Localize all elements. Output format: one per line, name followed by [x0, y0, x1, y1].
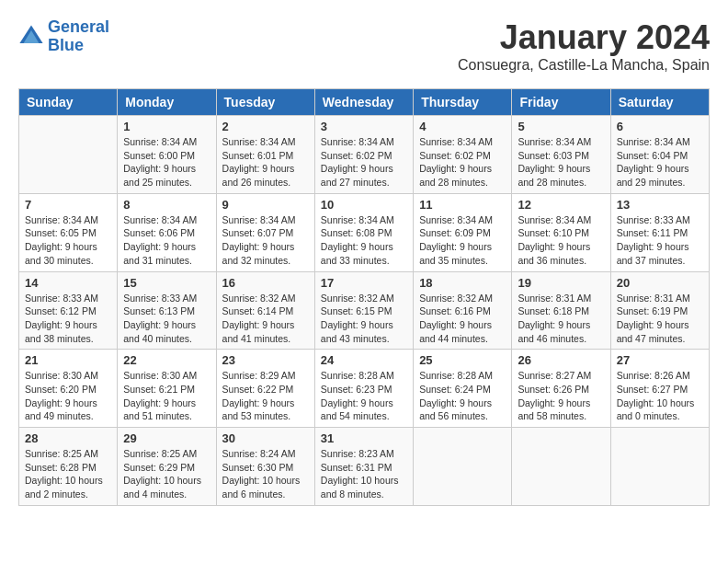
logo-icon [18, 24, 44, 50]
calendar-cell [610, 428, 709, 506]
day-number: 9 [222, 198, 309, 212]
calendar-table: SundayMondayTuesdayWednesdayThursdayFrid… [18, 88, 710, 506]
day-content: Sunrise: 8:32 AM Sunset: 6:14 PM Dayligh… [222, 292, 309, 346]
day-content: Sunrise: 8:34 AM Sunset: 6:01 PM Dayligh… [222, 135, 309, 190]
day-content: Sunrise: 8:31 AM Sunset: 6:18 PM Dayligh… [518, 292, 604, 346]
calendar-cell [19, 116, 118, 194]
calendar-cell: 27Sunrise: 8:26 AM Sunset: 6:27 PM Dayli… [610, 350, 709, 428]
day-content: Sunrise: 8:34 AM Sunset: 6:07 PM Dayligh… [222, 213, 309, 268]
day-number: 11 [419, 198, 506, 212]
day-content: Sunrise: 8:34 AM Sunset: 6:10 PM Dayligh… [518, 213, 604, 268]
day-number: 14 [25, 276, 111, 290]
day-number: 16 [222, 276, 309, 290]
day-header-sunday: Sunday [19, 89, 118, 116]
day-number: 2 [222, 120, 309, 133]
calendar-cell: 17Sunrise: 8:32 AM Sunset: 6:15 PM Dayli… [314, 271, 413, 350]
calendar-cell: 18Sunrise: 8:32 AM Sunset: 6:16 PM Dayli… [414, 271, 512, 350]
calendar-cell: 20Sunrise: 8:31 AM Sunset: 6:19 PM Dayli… [610, 271, 709, 350]
calendar-cell: 3Sunrise: 8:34 AM Sunset: 6:02 PM Daylig… [314, 116, 413, 194]
day-content: Sunrise: 8:29 AM Sunset: 6:22 PM Dayligh… [222, 369, 309, 423]
day-content: Sunrise: 8:30 AM Sunset: 6:21 PM Dayligh… [123, 369, 210, 423]
day-number: 24 [321, 353, 407, 367]
day-number: 4 [419, 120, 506, 133]
calendar-cell: 13Sunrise: 8:33 AM Sunset: 6:11 PM Dayli… [610, 193, 709, 271]
title-section: January 2024 Consuegra, Castille-La Manc… [458, 18, 710, 74]
calendar-cell: 4Sunrise: 8:34 AM Sunset: 6:02 PM Daylig… [414, 116, 512, 194]
day-content: Sunrise: 8:34 AM Sunset: 6:00 PM Dayligh… [123, 135, 210, 190]
day-content: Sunrise: 8:33 AM Sunset: 6:12 PM Dayligh… [25, 292, 111, 346]
day-content: Sunrise: 8:28 AM Sunset: 6:24 PM Dayligh… [419, 369, 506, 423]
day-header-saturday: Saturday [610, 89, 709, 116]
day-content: Sunrise: 8:28 AM Sunset: 6:23 PM Dayligh… [321, 369, 407, 423]
day-number: 13 [617, 198, 703, 212]
day-number: 3 [321, 120, 407, 133]
day-content: Sunrise: 8:25 AM Sunset: 6:29 PM Dayligh… [123, 447, 210, 501]
day-content: Sunrise: 8:27 AM Sunset: 6:26 PM Dayligh… [518, 369, 604, 423]
calendar-cell: 9Sunrise: 8:34 AM Sunset: 6:07 PM Daylig… [216, 193, 314, 271]
logo: General Blue [18, 18, 109, 55]
calendar-cell: 11Sunrise: 8:34 AM Sunset: 6:09 PM Dayli… [414, 193, 512, 271]
calendar-cell [512, 428, 610, 506]
day-number: 6 [617, 120, 703, 133]
day-number: 22 [123, 353, 210, 367]
day-content: Sunrise: 8:34 AM Sunset: 6:06 PM Dayligh… [123, 213, 210, 268]
calendar-cell: 21Sunrise: 8:30 AM Sunset: 6:20 PM Dayli… [19, 350, 118, 428]
day-number: 28 [25, 431, 111, 445]
calendar-cell: 8Sunrise: 8:34 AM Sunset: 6:06 PM Daylig… [118, 193, 216, 271]
calendar-cell: 14Sunrise: 8:33 AM Sunset: 6:12 PM Dayli… [19, 271, 118, 350]
calendar-cell: 19Sunrise: 8:31 AM Sunset: 6:18 PM Dayli… [512, 271, 610, 350]
day-content: Sunrise: 8:32 AM Sunset: 6:15 PM Dayligh… [321, 292, 407, 346]
calendar-cell: 15Sunrise: 8:33 AM Sunset: 6:13 PM Dayli… [118, 271, 216, 350]
calendar-cell: 22Sunrise: 8:30 AM Sunset: 6:21 PM Dayli… [118, 350, 216, 428]
calendar-cell: 10Sunrise: 8:34 AM Sunset: 6:08 PM Dayli… [314, 193, 413, 271]
logo-general: General [48, 17, 109, 36]
calendar-cell: 2Sunrise: 8:34 AM Sunset: 6:01 PM Daylig… [216, 116, 314, 194]
day-header-monday: Monday [118, 89, 216, 116]
day-number: 30 [222, 431, 309, 445]
day-number: 7 [25, 198, 111, 212]
calendar-cell: 16Sunrise: 8:32 AM Sunset: 6:14 PM Dayli… [216, 271, 314, 350]
day-number: 17 [321, 276, 407, 290]
header-row: SundayMondayTuesdayWednesdayThursdayFrid… [19, 89, 710, 116]
day-content: Sunrise: 8:30 AM Sunset: 6:20 PM Dayligh… [25, 369, 111, 423]
calendar-cell: 23Sunrise: 8:29 AM Sunset: 6:22 PM Dayli… [216, 350, 314, 428]
calendar-cell: 5Sunrise: 8:34 AM Sunset: 6:03 PM Daylig… [512, 116, 610, 194]
calendar-cell: 29Sunrise: 8:25 AM Sunset: 6:29 PM Dayli… [118, 428, 216, 506]
week-row-1: 1Sunrise: 8:34 AM Sunset: 6:00 PM Daylig… [19, 116, 710, 194]
calendar-cell: 6Sunrise: 8:34 AM Sunset: 6:04 PM Daylig… [610, 116, 709, 194]
day-header-tuesday: Tuesday [216, 89, 314, 116]
day-number: 21 [25, 353, 111, 367]
week-row-2: 7Sunrise: 8:34 AM Sunset: 6:05 PM Daylig… [19, 193, 710, 271]
day-content: Sunrise: 8:34 AM Sunset: 6:03 PM Dayligh… [518, 135, 604, 190]
calendar-cell: 7Sunrise: 8:34 AM Sunset: 6:05 PM Daylig… [19, 193, 118, 271]
day-header-wednesday: Wednesday [314, 89, 413, 116]
calendar-cell: 24Sunrise: 8:28 AM Sunset: 6:23 PM Dayli… [314, 350, 413, 428]
day-number: 27 [617, 353, 703, 367]
day-number: 26 [518, 353, 604, 367]
day-number: 19 [518, 276, 604, 290]
calendar-cell: 1Sunrise: 8:34 AM Sunset: 6:00 PM Daylig… [118, 116, 216, 194]
calendar-cell: 26Sunrise: 8:27 AM Sunset: 6:26 PM Dayli… [512, 350, 610, 428]
logo-blue: Blue [48, 36, 84, 54]
week-row-4: 21Sunrise: 8:30 AM Sunset: 6:20 PM Dayli… [19, 350, 710, 428]
logo-text: General Blue [48, 18, 109, 55]
calendar-subtitle: Consuegra, Castille-La Mancha, Spain [458, 57, 710, 74]
day-content: Sunrise: 8:26 AM Sunset: 6:27 PM Dayligh… [617, 369, 703, 423]
day-number: 10 [321, 198, 407, 212]
day-content: Sunrise: 8:24 AM Sunset: 6:30 PM Dayligh… [222, 447, 309, 501]
calendar-title: January 2024 [458, 18, 710, 57]
calendar-cell [414, 428, 512, 506]
page-header: General Blue January 2024 Consuegra, Cas… [18, 18, 710, 74]
day-content: Sunrise: 8:34 AM Sunset: 6:02 PM Dayligh… [321, 135, 407, 190]
day-number: 5 [518, 120, 604, 133]
day-number: 23 [222, 353, 309, 367]
day-number: 1 [123, 120, 210, 133]
day-content: Sunrise: 8:34 AM Sunset: 6:09 PM Dayligh… [419, 213, 506, 268]
day-content: Sunrise: 8:31 AM Sunset: 6:19 PM Dayligh… [617, 292, 703, 346]
day-number: 29 [123, 431, 210, 445]
day-content: Sunrise: 8:34 AM Sunset: 6:02 PM Dayligh… [419, 135, 506, 190]
day-header-friday: Friday [512, 89, 610, 116]
day-content: Sunrise: 8:34 AM Sunset: 6:08 PM Dayligh… [321, 213, 407, 268]
day-content: Sunrise: 8:33 AM Sunset: 6:11 PM Dayligh… [617, 213, 703, 268]
calendar-cell: 30Sunrise: 8:24 AM Sunset: 6:30 PM Dayli… [216, 428, 314, 506]
